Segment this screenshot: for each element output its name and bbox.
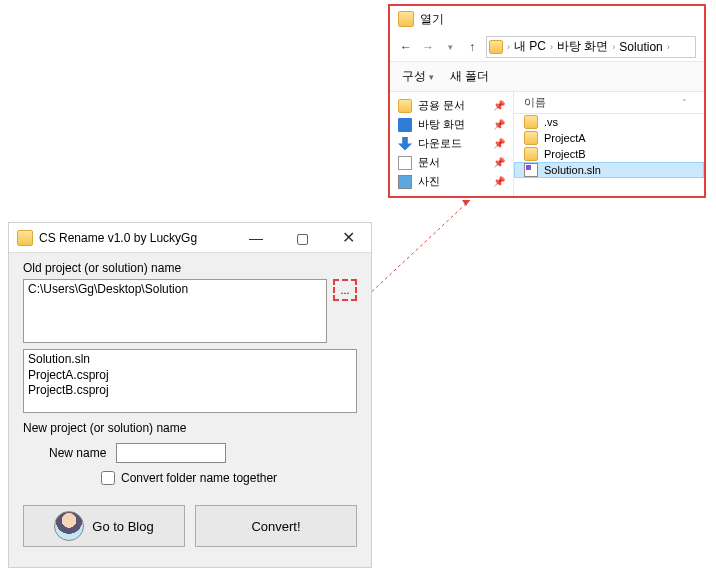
new-name-input[interactable] [116, 443, 226, 463]
share-icon [398, 99, 412, 113]
forward-button[interactable]: → [420, 40, 436, 54]
file-name: ProjectA [544, 132, 586, 144]
up-button[interactable]: ↑ [464, 40, 480, 54]
folder-icon [524, 131, 538, 145]
go-to-blog-button[interactable]: Go to Blog [23, 505, 185, 547]
breadcrumb-item[interactable]: 바탕 화면 [557, 38, 608, 55]
file-row[interactable]: ProjectA [514, 130, 704, 146]
app-title: CS Rename v1.0 by LuckyGg [39, 231, 233, 245]
sidebar-item[interactable]: 공용 문서📌 [390, 96, 513, 115]
file-open-dialog: 열기 ← → ▾ ↑ › 내 PC › 바탕 화면 › Solution › 구… [388, 4, 706, 198]
sort-indicator-icon: ˄ [674, 98, 694, 108]
dialog-file-list: 이름 ˄ .vsProjectAProjectBSolution.sln [514, 92, 704, 196]
breadcrumb-sep: › [548, 42, 555, 52]
sidebar-item[interactable]: 사진📌 [390, 172, 513, 191]
pin-icon: 📌 [493, 100, 505, 111]
file-list-item: ProjectA.csproj [28, 368, 352, 384]
pin-icon: 📌 [493, 119, 505, 130]
dialog-icon [398, 11, 414, 27]
folder-icon [524, 147, 538, 161]
file-name: Solution.sln [544, 164, 601, 176]
organize-menu[interactable]: 구성 [402, 68, 434, 85]
window-controls: — ▢ ✕ [233, 223, 371, 253]
maximize-button[interactable]: ▢ [279, 223, 325, 253]
file-list-item: ProjectB.csproj [28, 383, 352, 399]
titlebar: CS Rename v1.0 by LuckyGg — ▢ ✕ [9, 223, 371, 253]
main-window: CS Rename v1.0 by LuckyGg — ▢ ✕ Old proj… [8, 222, 372, 568]
close-button[interactable]: ✕ [325, 223, 371, 253]
address-bar[interactable]: › 내 PC › 바탕 화면 › Solution › [486, 36, 696, 58]
dialog-sidebar: 공용 문서📌 바탕 화면📌 다운로드📌 문서📌 사진📌 [390, 92, 514, 196]
address-folder-icon [489, 40, 503, 54]
convert-folder-checkbox[interactable] [101, 471, 115, 485]
file-name: .vs [544, 116, 558, 128]
desktop-icon [398, 118, 412, 132]
file-list-item: Solution.sln [28, 352, 352, 368]
sidebar-item[interactable]: 다운로드📌 [390, 134, 513, 153]
convert-button[interactable]: Convert! [195, 505, 357, 547]
dialog-body: 공용 문서📌 바탕 화면📌 다운로드📌 문서📌 사진📌 이름 ˄ .vsProj… [390, 92, 704, 196]
browse-button[interactable]: ... [333, 279, 357, 301]
file-row[interactable]: Solution.sln [514, 162, 704, 178]
sidebar-item[interactable]: 바탕 화면📌 [390, 115, 513, 134]
picture-icon [398, 175, 412, 189]
breadcrumb-item[interactable]: Solution [619, 40, 662, 54]
dialog-toolbar: 구성 새 폴더 [390, 62, 704, 92]
sln-icon [524, 163, 538, 177]
pin-icon: 📌 [493, 138, 505, 149]
new-section-label: New project (or solution) name [9, 413, 371, 439]
sidebar-item[interactable]: 문서📌 [390, 153, 513, 172]
minimize-button[interactable]: — [233, 223, 279, 253]
new-folder-button[interactable]: 새 폴더 [450, 68, 489, 85]
breadcrumb-sep: › [665, 42, 672, 52]
avatar-icon [54, 511, 84, 541]
file-row[interactable]: .vs [514, 114, 704, 130]
file-list-textbox[interactable]: Solution.sln ProjectA.csproj ProjectB.cs… [23, 349, 357, 413]
new-name-label: New name [49, 446, 106, 460]
history-dropdown[interactable]: ▾ [442, 42, 458, 52]
pin-icon: 📌 [493, 157, 505, 168]
document-icon [398, 156, 412, 170]
app-icon [17, 230, 33, 246]
dialog-navbar: ← → ▾ ↑ › 내 PC › 바탕 화면 › Solution › [390, 32, 704, 62]
dialog-title: 열기 [420, 11, 444, 28]
file-row[interactable]: ProjectB [514, 146, 704, 162]
convert-folder-label: Convert folder name together [121, 471, 277, 485]
folder-icon [524, 115, 538, 129]
breadcrumb-sep: › [610, 42, 617, 52]
breadcrumb-sep: › [505, 42, 512, 52]
dialog-titlebar: 열기 [390, 6, 704, 32]
svg-marker-1 [462, 200, 470, 206]
column-name[interactable]: 이름 [524, 95, 674, 110]
back-button[interactable]: ← [398, 40, 414, 54]
old-section-label: Old project (or solution) name [9, 253, 371, 279]
column-header-row: 이름 ˄ [514, 92, 704, 114]
path-textbox[interactable]: C:\Users\Gg\Desktop\Solution [23, 279, 327, 343]
download-icon [398, 137, 412, 151]
breadcrumb-item[interactable]: 내 PC [514, 38, 546, 55]
pin-icon: 📌 [493, 176, 505, 187]
file-name: ProjectB [544, 148, 586, 160]
